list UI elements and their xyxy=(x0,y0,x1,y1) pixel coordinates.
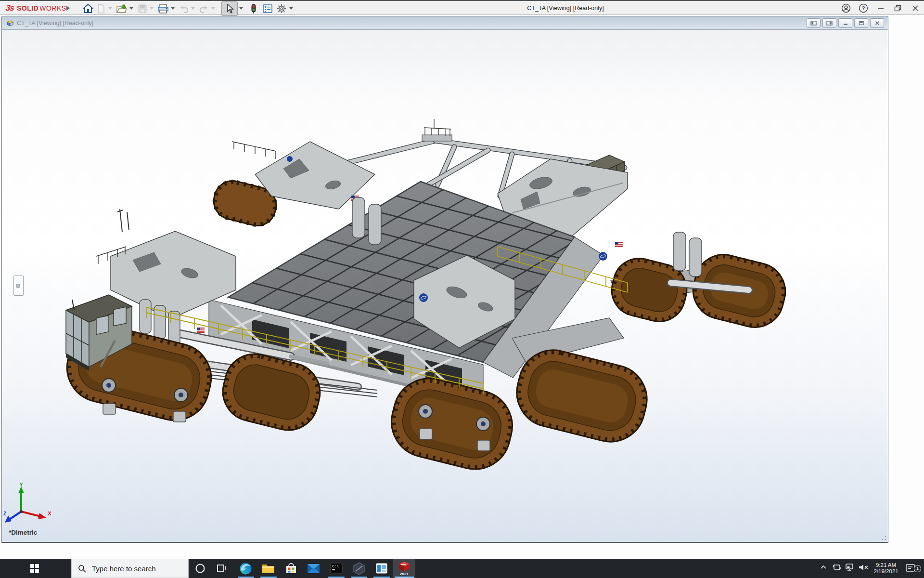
featuremanager-splitter-handle[interactable] xyxy=(13,276,24,296)
redo-button[interactable] xyxy=(198,2,210,15)
home-icon xyxy=(83,3,93,14)
minimize-button[interactable] xyxy=(872,1,889,15)
tray-clock[interactable]: 9:21 AM 2/19/2021 xyxy=(871,562,901,575)
chevron-up-icon xyxy=(820,564,827,571)
reference-triad: Y X Z xyxy=(2,483,60,531)
tray-time: 9:21 AM xyxy=(871,562,901,568)
home-button[interactable] xyxy=(81,2,95,15)
solidworks-logo: 3s SOLID WORKS xyxy=(6,3,66,13)
select-dropdown-caret[interactable] xyxy=(239,7,243,10)
undo-button[interactable] xyxy=(178,2,190,15)
help-icon: ? xyxy=(859,3,868,13)
save-dropdown-caret[interactable] xyxy=(150,7,154,10)
brand-solid: SOLID xyxy=(17,4,38,12)
account-button[interactable] xyxy=(837,1,855,15)
system-tray: 9:21 AM 2/19/2021 1 xyxy=(820,559,924,578)
doc-close-icon xyxy=(874,21,880,26)
windows-logo-icon xyxy=(30,564,39,573)
save-button[interactable] xyxy=(137,2,148,15)
solidworks-app-icon: 2021 xyxy=(398,561,411,576)
options-dropdown-caret[interactable] xyxy=(289,7,293,10)
new-dropdown-caret[interactable] xyxy=(108,7,112,10)
stoplight-icon xyxy=(251,4,257,13)
doc-close-button[interactable] xyxy=(870,18,884,28)
tray-date: 2/19/2021 xyxy=(871,568,901,575)
windows-taskbar: Type here to search xyxy=(0,559,924,578)
taskbar-app-solidworks[interactable]: 2021 xyxy=(393,559,415,578)
titlebar-controls: ? xyxy=(837,1,924,15)
view-orientation-label: *Dimetric xyxy=(9,529,37,536)
doc-minimize-icon xyxy=(843,21,848,26)
app-window-icon xyxy=(375,563,388,574)
print-icon xyxy=(157,4,169,13)
task-view-icon xyxy=(217,564,226,573)
taskbar-app-mail[interactable] xyxy=(302,559,325,578)
tray-chevron-button[interactable] xyxy=(820,564,832,573)
schedule-list-button[interactable] xyxy=(261,2,274,15)
taskbar-app-command-prompt[interactable]: C:\ xyxy=(325,559,347,578)
undo-dropdown-caret[interactable] xyxy=(191,7,195,10)
document-titlebar[interactable]: CT_TA [Viewing] [Read-only] xyxy=(2,16,888,30)
help-glyph: ? xyxy=(862,5,865,11)
split-pane-right-icon xyxy=(826,21,833,26)
graphics-viewport[interactable]: .lg{fill:#c6c9ca;stroke:#3c3e40;stroke-w… xyxy=(2,30,888,542)
taskbar-app-hexagon[interactable] xyxy=(347,559,370,578)
tray-display-button[interactable] xyxy=(832,563,845,574)
doc-restore-icon xyxy=(859,21,864,26)
undo-icon xyxy=(179,4,189,13)
triad-y-label: Y xyxy=(19,483,23,487)
taskbar-app-file-explorer[interactable] xyxy=(257,559,280,578)
app-titlebar: 3s SOLID WORKS xyxy=(0,0,924,15)
taskbar-app-edge[interactable] xyxy=(234,559,257,578)
open-dropdown-caret[interactable] xyxy=(129,7,133,10)
task-view-button[interactable] xyxy=(211,559,232,578)
doc-minimize-button[interactable] xyxy=(838,18,852,28)
resize-grip[interactable] xyxy=(881,535,887,541)
brand-works: WORKS xyxy=(39,4,66,12)
select-button[interactable] xyxy=(221,1,238,16)
taskbar-search[interactable]: Type here to search xyxy=(71,559,189,578)
options-button[interactable] xyxy=(275,2,288,15)
menu-flyout-icon[interactable] xyxy=(65,5,70,12)
tray-volume-button[interactable] xyxy=(858,563,871,574)
search-placeholder: Type here to search xyxy=(92,565,156,573)
sw-year-label: 2021 xyxy=(400,572,409,576)
redo-dropdown-caret[interactable] xyxy=(211,7,215,10)
restore-button[interactable] xyxy=(889,1,907,15)
action-center-button[interactable]: 1 xyxy=(901,564,920,573)
print-dropdown-caret[interactable] xyxy=(171,7,175,10)
redo-icon xyxy=(199,4,209,13)
taskbar-app-window[interactable] xyxy=(370,559,393,578)
cortana-button[interactable] xyxy=(190,559,211,578)
start-button[interactable] xyxy=(23,559,46,578)
open-button[interactable] xyxy=(116,2,128,15)
split-pane-right-button[interactable] xyxy=(822,18,836,28)
command-prompt-icon: C:\ xyxy=(330,563,343,574)
edge-icon xyxy=(239,562,252,575)
document-title: CT_TA [Viewing] [Read-only] xyxy=(17,20,93,26)
part-document-icon xyxy=(6,19,14,27)
gear-icon xyxy=(277,4,286,13)
help-button[interactable]: ? xyxy=(855,1,872,15)
app-window-title: CT_TA [Viewing] [Read-only] xyxy=(308,1,823,15)
display-connect-icon xyxy=(832,563,842,572)
cmd-glyph: C:\ xyxy=(332,564,339,568)
3d-model-crawler-transporter[interactable]: .lg{fill:#c6c9ca;stroke:#3c3e40;stroke-w… xyxy=(2,30,888,542)
splitter-dot xyxy=(16,284,20,288)
doc-restore-button[interactable] xyxy=(854,18,868,28)
restore-icon xyxy=(894,5,902,12)
schedule-list-icon xyxy=(262,4,273,13)
close-icon xyxy=(912,5,919,12)
notification-badge: 1 xyxy=(914,565,921,572)
selection-stoplight-button[interactable] xyxy=(248,2,259,15)
new-document-button[interactable] xyxy=(95,2,107,15)
split-pane-left-button[interactable] xyxy=(807,18,821,28)
save-icon xyxy=(138,4,147,13)
print-button[interactable] xyxy=(157,2,169,15)
close-button[interactable] xyxy=(907,1,924,15)
document-window-buttons xyxy=(807,18,884,28)
tray-network-button[interactable] xyxy=(845,563,858,574)
select-cursor-icon xyxy=(225,4,234,13)
new-document-icon xyxy=(97,4,105,13)
taskbar-app-store[interactable] xyxy=(280,559,302,578)
